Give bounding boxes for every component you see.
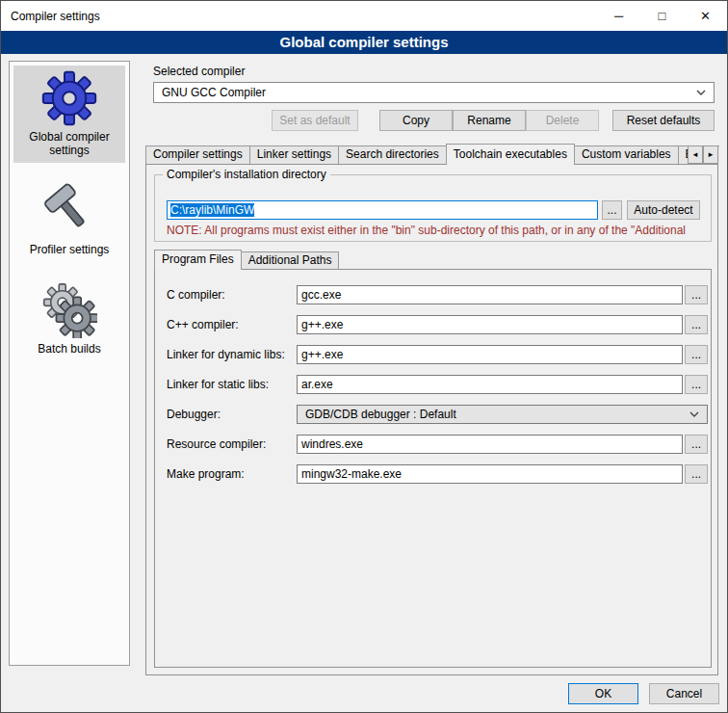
bin-subdirectory-note: NOTE: All programs must exist either in … (167, 224, 708, 237)
install-dir-groupbox: Compiler's installation directory C:\ray… (154, 174, 712, 242)
selected-compiler-select[interactable]: GNU GCC Compiler (153, 82, 715, 103)
cancel-button[interactable]: Cancel (649, 683, 719, 704)
static-linker-input[interactable] (297, 375, 683, 394)
field-row-c-compiler: C compiler: ... (155, 279, 711, 309)
install-dir-value: C:\raylib\MinGW (170, 203, 254, 217)
page-title: Global compiler settings (1, 31, 727, 54)
install-dir-group-title: Compiler's installation directory (163, 168, 330, 181)
dynamic-linker-browse-button[interactable]: ... (685, 345, 708, 364)
field-label: Debugger: (167, 408, 297, 421)
field-label: Linker for static libs: (167, 378, 297, 391)
field-row-cpp-compiler: C++ compiler: ... (155, 309, 711, 339)
field-label: Make program: (167, 467, 297, 481)
program-tabstrip: Program Files Additional Paths (154, 250, 712, 269)
selected-compiler-label: Selected compiler (153, 65, 245, 78)
tab-linker-settings[interactable]: Linker settings (249, 145, 339, 164)
sidebar-item-label: Profiler settings (15, 243, 123, 256)
c-compiler-browse-button[interactable]: ... (685, 285, 708, 304)
ok-button[interactable]: OK (568, 683, 638, 704)
compiler-settings-dialog: Compiler settings ─ □ ✕ Global compiler … (0, 0, 728, 713)
install-dir-browse-button[interactable]: ... (602, 200, 622, 220)
auto-detect-button[interactable]: Auto-detect (627, 200, 700, 220)
tab-toolchain-executables[interactable]: Toolchain executables (446, 144, 575, 165)
dynamic-linker-input[interactable] (297, 345, 683, 364)
toolchain-executables-panel: Compiler's installation directory C:\ray… (145, 164, 718, 675)
program-files-panel: C compiler: ... C++ compiler: ... Linker… (154, 269, 712, 668)
compiler-toolbar: Set as default Copy Rename Delete Reset … (153, 110, 715, 131)
chevron-down-icon (689, 411, 699, 417)
sidebar-item-label: Global compiler settings (15, 130, 123, 157)
resource-compiler-input[interactable] (297, 435, 683, 454)
delete-button: Delete (526, 110, 599, 131)
dialog-footer: OK Cancel (568, 683, 719, 704)
make-program-input[interactable] (297, 464, 683, 484)
tab-search-directories[interactable]: Search directories (338, 145, 447, 164)
chevron-down-icon (696, 90, 706, 95)
reset-defaults-button[interactable]: Reset defaults (612, 110, 715, 131)
field-label: C++ compiler: (167, 318, 297, 331)
tab-additional-paths[interactable]: Additional Paths (241, 251, 340, 269)
field-label: Resource compiler: (167, 437, 297, 451)
tab-custom-variables[interactable]: Custom variables (574, 145, 679, 164)
resource-compiler-browse-button[interactable]: ... (685, 435, 708, 454)
field-row-debugger: Debugger: GDB/CDB debugger : Default (155, 399, 711, 429)
copy-button[interactable]: Copy (379, 110, 453, 131)
field-row-make-program: Make program: ... (155, 459, 711, 489)
field-row-dynamic-linker: Linker for dynamic libs: ... (155, 339, 711, 369)
make-program-browse-button[interactable]: ... (685, 464, 708, 484)
install-dir-input[interactable]: C:\raylib\MinGW (167, 200, 598, 220)
tab-compiler-settings[interactable]: Compiler settings (145, 145, 250, 164)
field-row-resource-compiler: Resource compiler: ... (155, 429, 711, 459)
field-row-static-linker: Linker for static libs: ... (155, 369, 711, 399)
field-label: C compiler: (167, 288, 297, 302)
tab-scroll-arrows: ◂ ▸ (688, 145, 718, 164)
sidebar-item-profiler-settings[interactable]: Profiler settings (13, 178, 125, 262)
tab-scroll-right-button[interactable]: ▸ (703, 145, 718, 164)
minimize-button[interactable]: ─ (597, 1, 640, 31)
close-button[interactable]: ✕ (684, 1, 727, 31)
sidebar-item-global-compiler-settings[interactable]: Global compiler settings (13, 66, 125, 163)
cpp-compiler-input[interactable] (297, 315, 683, 334)
set-as-default-button: Set as default (272, 110, 358, 131)
static-linker-browse-button[interactable]: ... (685, 375, 708, 394)
settings-sidebar: Global compiler settings Profiler settin… (9, 61, 130, 666)
rename-button[interactable]: Rename (453, 110, 526, 131)
batch-gears-icon (41, 282, 97, 338)
sidebar-item-label: Batch builds (15, 342, 123, 356)
cpp-compiler-browse-button[interactable]: ... (685, 315, 708, 334)
debugger-value: GDB/CDB debugger : Default (305, 408, 689, 421)
field-label: Linker for dynamic libs: (167, 348, 297, 361)
tab-scroll-left-button[interactable]: ◂ (688, 145, 703, 164)
sidebar-item-batch-builds[interactable]: Batch builds (13, 277, 125, 361)
maximize-button[interactable]: □ (640, 1, 684, 31)
c-compiler-input[interactable] (297, 285, 683, 304)
blue-gear-icon (41, 70, 97, 126)
main-tabstrip: Compiler settings Linker settings Search… (145, 144, 718, 164)
selected-compiler-value: GNU GCC Compiler (162, 86, 696, 99)
window-title: Compiler settings (1, 10, 597, 23)
titlebar: Compiler settings ─ □ ✕ (1, 1, 727, 31)
debugger-select[interactable]: GDB/CDB debugger : Default (297, 405, 708, 424)
tab-program-files[interactable]: Program Files (154, 250, 242, 270)
profiler-hammer-icon (41, 183, 97, 239)
